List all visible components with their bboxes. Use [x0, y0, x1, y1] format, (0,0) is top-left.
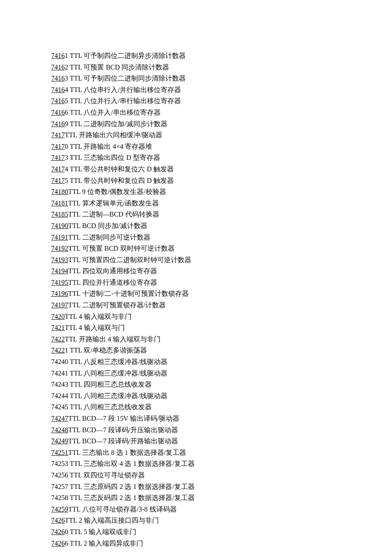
part-number-link[interactable]: 7417 — [51, 143, 65, 150]
part-number-link[interactable]: 74180 — [51, 188, 68, 195]
part-number-link[interactable]: 74192 — [51, 245, 68, 252]
list-item: 74192TTL 可预置 BCD 双时钟可逆计数器 — [51, 243, 341, 254]
item-description: TTL 可预置 BCD 双时钟可逆计数器 — [68, 245, 175, 252]
list-item: 74193TTL 可预置四位二进制双时钟可逆计数器 — [51, 254, 341, 266]
part-number-link[interactable]: 7416 — [51, 64, 65, 71]
item-description: 9 TTL 二进制四位加/减同步计数器 — [65, 120, 167, 127]
list-item: 74174 TTL 带公共时钟和复位六 D 触发器 — [51, 164, 341, 175]
list-item: 74221 TTL 双/单稳态多谐振荡器 — [51, 345, 341, 356]
part-number-link[interactable]: 74185 — [51, 211, 68, 218]
part-number-link[interactable]: 7420 — [51, 313, 65, 320]
part-number-link[interactable]: 7417 — [51, 177, 65, 184]
list-item: 74180TTL 9 位奇数/偶数发生器/校验器 — [51, 186, 341, 197]
part-number-link[interactable]: 74247 — [51, 415, 68, 422]
list-item: 74191TTL 二进制同步可逆计数器 — [51, 232, 341, 243]
item-description: 74258 TTL 三态反码四 2 选 1 数据选择器/复工器 — [51, 494, 195, 501]
part-number-link[interactable]: 74248 — [51, 426, 68, 434]
list-item: 74185TTL 二进制—BCD 代码转换器 — [51, 209, 341, 220]
list-item: 74244 TTL 八同相三态缓冲器/线驱动器 — [51, 390, 341, 402]
item-description: TTL 4 输入端双与非门 — [65, 313, 132, 320]
item-description: 2 TTL 可预置 BCD 同步清除计数器 — [65, 64, 169, 71]
item-description: 74257 TTL 三态原码四 2 选 1 数据选择器/复工器 — [51, 483, 195, 490]
item-description: 1 TTL 可予制四位二进制异步清除计数器 — [65, 52, 186, 59]
part-number-link[interactable]: 74181 — [51, 199, 68, 207]
part-number-link[interactable]: 7417 — [51, 165, 65, 173]
part-number-link[interactable]: 7426 — [51, 528, 65, 535]
item-description: TTL 十进制/二-十进制可预置计数锁存器 — [68, 290, 189, 297]
part-number-link[interactable]: 7421 — [51, 324, 65, 331]
part-number-link[interactable]: 74193 — [51, 256, 68, 263]
item-description: TTL 9 位奇数/偶数发生器/校验器 — [68, 188, 166, 195]
item-description: TTL 开路输出六同相缓冲/驱动器 — [65, 131, 162, 139]
list-item: 74245 TTL 八同相三态总线收发器 — [51, 402, 341, 413]
part-number-link[interactable]: 74194 — [51, 267, 68, 275]
part-number-link[interactable]: 74197 — [51, 301, 68, 309]
part-number-link[interactable]: 7422 — [51, 335, 65, 343]
list-item: 74161 TTL 可予制四位二进制异步清除计数器 — [51, 50, 341, 61]
part-number-link[interactable]: 7417 — [51, 131, 65, 139]
list-item: 74266 TTL 2 输入端四异或非门 — [51, 538, 341, 549]
part-number-link[interactable]: 74196 — [51, 290, 68, 297]
item-description: 6 TTL 八位并入/串出移位寄存器 — [65, 109, 161, 116]
list-item: 74247TTL BCD—7 段 15V 输出译码/驱动器 — [51, 413, 341, 424]
list-item: 74175 TTL 带公共时钟和复位四 D 触发器 — [51, 175, 341, 186]
item-description: 74244 TTL 八同相三态缓冲器/线驱动器 — [51, 392, 167, 399]
list-item: 7421TTL 4 输入端双与门 — [51, 322, 341, 333]
list-item: 74260 TTL 5 输入端双或非门 — [51, 526, 341, 538]
item-description: 6 TTL 2 输入端四异或非门 — [65, 540, 143, 547]
list-item: 74190TTL BCD 同步加/减计数器 — [51, 220, 341, 231]
part-number-link[interactable]: 74190 — [51, 222, 68, 229]
item-description: TTL 算术逻辑单元/函数发生器 — [68, 199, 159, 207]
item-description: TTL 二进制可预置锁存器/计数器 — [68, 301, 166, 309]
part-number-link[interactable]: 7416 — [51, 120, 65, 127]
list-item: 74249TTL BCD—7 段译码/开路输出驱动器 — [51, 436, 341, 447]
list-item: 74173 TTL 三态输出四位 D 型寄存器 — [51, 152, 341, 163]
list-item: 74248TTL BCD—7 段译码/升压输出驱动器 — [51, 425, 341, 436]
item-description: 74240 TTL 八反相三态缓冲器/线驱动器 — [51, 358, 167, 365]
list-item: 74197TTL 二进制可预置锁存器/计数器 — [51, 300, 341, 311]
item-description: 0 TTL 5 输入端双或非门 — [65, 528, 136, 535]
part-number-link[interactable]: 74259 — [51, 506, 68, 513]
item-description: 74256 TTL 双四位可寻址锁存器 — [51, 471, 145, 479]
part-number-link[interactable]: 74191 — [51, 234, 68, 241]
item-description: TTL 四位双向通用移位寄存器 — [68, 267, 157, 275]
item-description: TTL 八位可寻址锁存器/3-8 线译码器 — [68, 506, 177, 513]
item-description: 74245 TTL 八同相三态总线收发器 — [51, 403, 152, 410]
part-number-link[interactable]: 7416 — [51, 75, 65, 82]
item-description: 1 TTL 双/单稳态多谐振荡器 — [65, 347, 147, 354]
list-item: 74241 TTL 八同相三态缓冲器/线驱动器 — [51, 368, 341, 379]
part-number-link[interactable]: 7416 — [51, 52, 65, 59]
item-description: 0 TTL 开路输出 4×4 寄存器堆 — [65, 143, 152, 150]
list-item: 74195TTL 四位并行通道移位寄存器 — [51, 277, 341, 288]
list-item: 74194TTL 四位双向通用移位寄存器 — [51, 266, 341, 277]
list-item: 74253 TTL 三态输出双 4 选 1 数据选择器/复工器 — [51, 458, 341, 469]
item-description: 74243 TTL 四同相三态总线收发器 — [51, 381, 152, 388]
part-number-link[interactable]: 7416 — [51, 86, 65, 93]
item-description: 4 TTL 八位串行入/并行输出移位寄存器 — [65, 86, 181, 93]
list-item: 74240 TTL 八反相三态缓冲器/线驱动器 — [51, 356, 341, 367]
document-content: 74161 TTL 可予制四位二进制异步清除计数器74162 TTL 可预置 B… — [51, 50, 341, 549]
part-number-link[interactable]: 7416 — [51, 109, 65, 116]
item-description: TTL BCD—7 段译码/升压输出驱动器 — [68, 426, 178, 434]
item-description: TTL 4 输入端双与门 — [65, 324, 125, 331]
part-number-link[interactable]: 74251 — [51, 449, 68, 456]
list-item: 74251TTL 三态输出 8 选 1 数据选择器/复工器 — [51, 447, 341, 458]
item-description: 5 TTL 带公共时钟和复位四 D 触发器 — [65, 177, 174, 184]
list-item: 74170 TTL 开路输出 4×4 寄存器堆 — [51, 141, 341, 152]
list-item: 74164 TTL 八位串行入/并行输出移位寄存器 — [51, 84, 341, 95]
part-number-link[interactable]: 7426 — [51, 517, 65, 524]
part-number-link[interactable]: 74195 — [51, 279, 68, 286]
list-item: 74196TTL 十进制/二-十进制可预置计数锁存器 — [51, 288, 341, 299]
part-number-link[interactable]: 74249 — [51, 437, 68, 445]
part-number-link[interactable]: 7417 — [51, 154, 65, 161]
list-item: 7422TTL 开路输出 4 输入端双与非门 — [51, 334, 341, 345]
list-item: 74181TTL 算术逻辑单元/函数发生器 — [51, 198, 341, 209]
part-number-link[interactable]: 7426 — [51, 540, 65, 547]
part-number-link[interactable]: 7422 — [51, 347, 65, 354]
part-number-link[interactable]: 7416 — [51, 97, 65, 104]
list-item: 74256 TTL 双四位可寻址锁存器 — [51, 470, 341, 481]
list-item: 74162 TTL 可预置 BCD 同步清除计数器 — [51, 62, 341, 73]
list-item: 74258 TTL 三态反码四 2 选 1 数据选择器/复工器 — [51, 492, 341, 503]
item-description: TTL BCD—7 段译码/开路输出驱动器 — [68, 437, 178, 445]
list-item: 74163 TTL 可予制四位二进制同步清除计数器 — [51, 73, 341, 84]
